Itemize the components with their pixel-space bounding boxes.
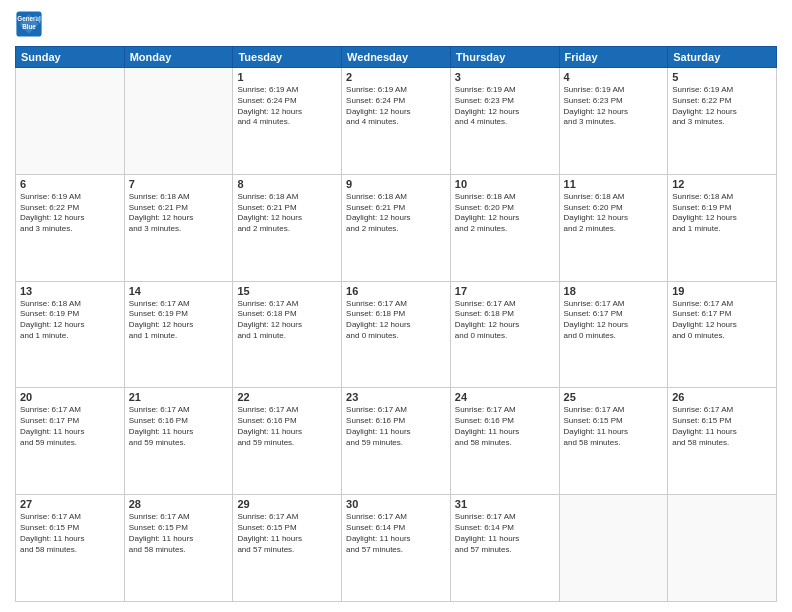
calendar-cell: 16Sunrise: 6:17 AM Sunset: 6:18 PM Dayli… bbox=[342, 281, 451, 388]
day-number: 12 bbox=[672, 178, 772, 190]
day-number: 23 bbox=[346, 391, 446, 403]
day-number: 17 bbox=[455, 285, 555, 297]
calendar-cell: 15Sunrise: 6:17 AM Sunset: 6:18 PM Dayli… bbox=[233, 281, 342, 388]
day-info: Sunrise: 6:17 AM Sunset: 6:19 PM Dayligh… bbox=[129, 299, 229, 342]
calendar-cell: 3Sunrise: 6:19 AM Sunset: 6:23 PM Daylig… bbox=[450, 68, 559, 175]
day-info: Sunrise: 6:17 AM Sunset: 6:17 PM Dayligh… bbox=[564, 299, 664, 342]
svg-text:Blue: Blue bbox=[22, 23, 36, 30]
calendar-cell: 11Sunrise: 6:18 AM Sunset: 6:20 PM Dayli… bbox=[559, 174, 668, 281]
day-info: Sunrise: 6:17 AM Sunset: 6:14 PM Dayligh… bbox=[346, 512, 446, 555]
day-number: 2 bbox=[346, 71, 446, 83]
calendar-cell bbox=[124, 68, 233, 175]
day-number: 7 bbox=[129, 178, 229, 190]
day-number: 22 bbox=[237, 391, 337, 403]
weekday-header-tuesday: Tuesday bbox=[233, 47, 342, 68]
calendar-cell: 12Sunrise: 6:18 AM Sunset: 6:19 PM Dayli… bbox=[668, 174, 777, 281]
calendar-cell: 24Sunrise: 6:17 AM Sunset: 6:16 PM Dayli… bbox=[450, 388, 559, 495]
day-info: Sunrise: 6:17 AM Sunset: 6:15 PM Dayligh… bbox=[564, 405, 664, 448]
week-row-3: 13Sunrise: 6:18 AM Sunset: 6:19 PM Dayli… bbox=[16, 281, 777, 388]
day-info: Sunrise: 6:19 AM Sunset: 6:24 PM Dayligh… bbox=[237, 85, 337, 128]
calendar-cell: 13Sunrise: 6:18 AM Sunset: 6:19 PM Dayli… bbox=[16, 281, 125, 388]
calendar-cell bbox=[668, 495, 777, 602]
day-info: Sunrise: 6:17 AM Sunset: 6:16 PM Dayligh… bbox=[346, 405, 446, 448]
calendar-cell: 2Sunrise: 6:19 AM Sunset: 6:24 PM Daylig… bbox=[342, 68, 451, 175]
calendar-cell: 20Sunrise: 6:17 AM Sunset: 6:17 PM Dayli… bbox=[16, 388, 125, 495]
day-number: 15 bbox=[237, 285, 337, 297]
day-info: Sunrise: 6:19 AM Sunset: 6:23 PM Dayligh… bbox=[564, 85, 664, 128]
calendar-cell: 28Sunrise: 6:17 AM Sunset: 6:15 PM Dayli… bbox=[124, 495, 233, 602]
day-number: 25 bbox=[564, 391, 664, 403]
calendar-cell: 14Sunrise: 6:17 AM Sunset: 6:19 PM Dayli… bbox=[124, 281, 233, 388]
calendar-cell: 7Sunrise: 6:18 AM Sunset: 6:21 PM Daylig… bbox=[124, 174, 233, 281]
weekday-header-monday: Monday bbox=[124, 47, 233, 68]
day-number: 24 bbox=[455, 391, 555, 403]
logo-icon: General Blue bbox=[15, 10, 43, 38]
day-info: Sunrise: 6:17 AM Sunset: 6:15 PM Dayligh… bbox=[129, 512, 229, 555]
day-number: 31 bbox=[455, 498, 555, 510]
day-number: 21 bbox=[129, 391, 229, 403]
day-info: Sunrise: 6:19 AM Sunset: 6:23 PM Dayligh… bbox=[455, 85, 555, 128]
week-row-1: 1Sunrise: 6:19 AM Sunset: 6:24 PM Daylig… bbox=[16, 68, 777, 175]
week-row-5: 27Sunrise: 6:17 AM Sunset: 6:15 PM Dayli… bbox=[16, 495, 777, 602]
day-info: Sunrise: 6:17 AM Sunset: 6:16 PM Dayligh… bbox=[455, 405, 555, 448]
calendar-cell: 4Sunrise: 6:19 AM Sunset: 6:23 PM Daylig… bbox=[559, 68, 668, 175]
day-info: Sunrise: 6:18 AM Sunset: 6:21 PM Dayligh… bbox=[237, 192, 337, 235]
day-number: 4 bbox=[564, 71, 664, 83]
day-number: 20 bbox=[20, 391, 120, 403]
day-info: Sunrise: 6:18 AM Sunset: 6:21 PM Dayligh… bbox=[129, 192, 229, 235]
day-info: Sunrise: 6:17 AM Sunset: 6:18 PM Dayligh… bbox=[346, 299, 446, 342]
day-number: 18 bbox=[564, 285, 664, 297]
calendar-cell bbox=[559, 495, 668, 602]
calendar-cell: 6Sunrise: 6:19 AM Sunset: 6:22 PM Daylig… bbox=[16, 174, 125, 281]
day-number: 16 bbox=[346, 285, 446, 297]
day-number: 28 bbox=[129, 498, 229, 510]
calendar-cell: 30Sunrise: 6:17 AM Sunset: 6:14 PM Dayli… bbox=[342, 495, 451, 602]
day-info: Sunrise: 6:17 AM Sunset: 6:17 PM Dayligh… bbox=[672, 299, 772, 342]
page: General Blue SundayMondayTuesdayWednesda… bbox=[0, 0, 792, 612]
day-info: Sunrise: 6:17 AM Sunset: 6:14 PM Dayligh… bbox=[455, 512, 555, 555]
day-number: 13 bbox=[20, 285, 120, 297]
calendar-cell: 9Sunrise: 6:18 AM Sunset: 6:21 PM Daylig… bbox=[342, 174, 451, 281]
calendar-cell: 19Sunrise: 6:17 AM Sunset: 6:17 PM Dayli… bbox=[668, 281, 777, 388]
day-info: Sunrise: 6:17 AM Sunset: 6:16 PM Dayligh… bbox=[237, 405, 337, 448]
day-info: Sunrise: 6:18 AM Sunset: 6:20 PM Dayligh… bbox=[455, 192, 555, 235]
day-info: Sunrise: 6:18 AM Sunset: 6:19 PM Dayligh… bbox=[20, 299, 120, 342]
day-number: 30 bbox=[346, 498, 446, 510]
day-number: 3 bbox=[455, 71, 555, 83]
calendar-cell: 17Sunrise: 6:17 AM Sunset: 6:18 PM Dayli… bbox=[450, 281, 559, 388]
weekday-header-sunday: Sunday bbox=[16, 47, 125, 68]
day-number: 8 bbox=[237, 178, 337, 190]
calendar-cell: 26Sunrise: 6:17 AM Sunset: 6:15 PM Dayli… bbox=[668, 388, 777, 495]
weekday-header-saturday: Saturday bbox=[668, 47, 777, 68]
logo: General Blue bbox=[15, 10, 47, 38]
header: General Blue bbox=[15, 10, 777, 38]
day-info: Sunrise: 6:18 AM Sunset: 6:21 PM Dayligh… bbox=[346, 192, 446, 235]
day-info: Sunrise: 6:17 AM Sunset: 6:17 PM Dayligh… bbox=[20, 405, 120, 448]
day-number: 1 bbox=[237, 71, 337, 83]
day-number: 26 bbox=[672, 391, 772, 403]
week-row-4: 20Sunrise: 6:17 AM Sunset: 6:17 PM Dayli… bbox=[16, 388, 777, 495]
day-info: Sunrise: 6:17 AM Sunset: 6:18 PM Dayligh… bbox=[237, 299, 337, 342]
day-number: 5 bbox=[672, 71, 772, 83]
day-number: 11 bbox=[564, 178, 664, 190]
calendar-table: SundayMondayTuesdayWednesdayThursdayFrid… bbox=[15, 46, 777, 602]
day-info: Sunrise: 6:19 AM Sunset: 6:22 PM Dayligh… bbox=[20, 192, 120, 235]
calendar-cell bbox=[16, 68, 125, 175]
day-info: Sunrise: 6:19 AM Sunset: 6:24 PM Dayligh… bbox=[346, 85, 446, 128]
calendar-cell: 31Sunrise: 6:17 AM Sunset: 6:14 PM Dayli… bbox=[450, 495, 559, 602]
day-info: Sunrise: 6:18 AM Sunset: 6:20 PM Dayligh… bbox=[564, 192, 664, 235]
day-info: Sunrise: 6:17 AM Sunset: 6:18 PM Dayligh… bbox=[455, 299, 555, 342]
calendar-cell: 21Sunrise: 6:17 AM Sunset: 6:16 PM Dayli… bbox=[124, 388, 233, 495]
calendar-cell: 10Sunrise: 6:18 AM Sunset: 6:20 PM Dayli… bbox=[450, 174, 559, 281]
day-number: 9 bbox=[346, 178, 446, 190]
day-info: Sunrise: 6:17 AM Sunset: 6:15 PM Dayligh… bbox=[237, 512, 337, 555]
weekday-header-row: SundayMondayTuesdayWednesdayThursdayFrid… bbox=[16, 47, 777, 68]
day-number: 27 bbox=[20, 498, 120, 510]
day-info: Sunrise: 6:17 AM Sunset: 6:15 PM Dayligh… bbox=[672, 405, 772, 448]
calendar-cell: 18Sunrise: 6:17 AM Sunset: 6:17 PM Dayli… bbox=[559, 281, 668, 388]
day-number: 6 bbox=[20, 178, 120, 190]
week-row-2: 6Sunrise: 6:19 AM Sunset: 6:22 PM Daylig… bbox=[16, 174, 777, 281]
day-number: 19 bbox=[672, 285, 772, 297]
calendar-cell: 5Sunrise: 6:19 AM Sunset: 6:22 PM Daylig… bbox=[668, 68, 777, 175]
calendar-cell: 1Sunrise: 6:19 AM Sunset: 6:24 PM Daylig… bbox=[233, 68, 342, 175]
